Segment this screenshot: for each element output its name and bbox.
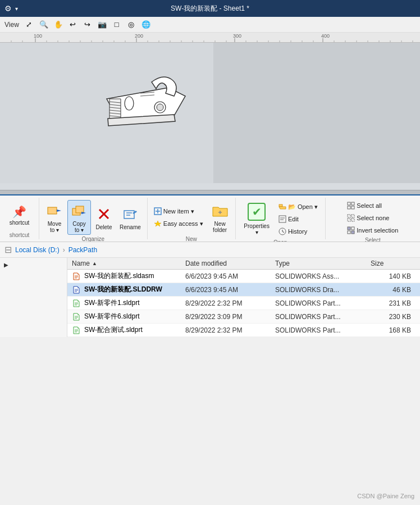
file-name: SW-我的新装配.sldasm	[84, 271, 154, 281]
properties-button[interactable]: ✔ Properties▾	[240, 200, 273, 238]
edit-label: Edit	[288, 216, 299, 222]
table-row[interactable]: SW-新零件6.sldprt 8/29/2022 3:09 PM SOLIDWO…	[67, 310, 420, 324]
svg-rect-69	[279, 216, 286, 222]
file-type: SOLIDWORKS Part...	[275, 313, 371, 321]
file-name: SW-配合测试.sldprt	[84, 325, 143, 335]
file-name: SW-新零件6.sldprt	[84, 312, 139, 321]
main-content: ▶ Name ▲ Date modified Type Size	[0, 258, 420, 337]
new-small-buttons: New item ▾ Easy access ▾	[151, 206, 206, 229]
shortcut-btn[interactable]: 📌 shortcut	[7, 203, 33, 228]
svg-text:100: 100	[34, 33, 42, 39]
col-header-name[interactable]: Name ▲	[72, 260, 185, 267]
select-none-button[interactable]: Select none	[344, 212, 401, 224]
svg-rect-68	[279, 204, 282, 207]
select-all-button[interactable]: Select all	[344, 200, 401, 211]
gear-icon[interactable]: ⚙	[4, 4, 12, 13]
breadcrumb-disk[interactable]: Local Disk (D:)	[15, 246, 60, 254]
file-list: SW-我的新装配.sldasm 6/6/2023 9:45 AM SOLIDWO…	[67, 270, 420, 337]
file-type-icon	[72, 285, 81, 294]
svg-line-74	[282, 231, 284, 233]
title-bar: ⚙ ▾ SW-我的新装配 - Sheet1 *	[0, 0, 420, 17]
move-to-button[interactable]: Moveto ▾	[43, 200, 66, 235]
ribbon-section-select: Select all Select none Invert selection …	[326, 198, 420, 239]
redo-btn[interactable]: ↪	[81, 19, 94, 31]
table-row[interactable]: SW-我的新装配.SLDDRW 6/6/2023 9:45 AM SOLIDWO…	[67, 283, 420, 297]
history-button[interactable]: History	[276, 226, 321, 237]
svg-rect-82	[351, 219, 354, 221]
file-name: SW-我的新装配.SLDDRW	[84, 285, 162, 294]
new-item-button[interactable]: New item ▾	[151, 206, 206, 217]
select-all-label: Select all	[357, 202, 382, 209]
file-type-icon	[72, 299, 81, 308]
file-size: 230 KB	[371, 313, 416, 321]
svg-rect-77	[348, 206, 350, 209]
invert-selection-button[interactable]: Invert selection	[344, 225, 401, 236]
svg-text:400: 400	[321, 33, 330, 39]
new-label: New	[186, 235, 197, 242]
ribbon-section-open: ✔ Properties▾ 📂 Open ▾ Edit	[236, 198, 326, 239]
copy-to-button[interactable]: Copyto ▾	[67, 200, 91, 235]
delete-button[interactable]: Delete	[92, 203, 116, 232]
ruler-svg: // will be generated by JS below 100 200…	[0, 33, 420, 42]
ribbon-section-organize: Moveto ▾ Copyto ▾	[39, 198, 148, 239]
new-item-label: New item ▾	[163, 208, 194, 215]
file-type-icon	[72, 312, 81, 321]
selection-btn[interactable]: □	[110, 19, 124, 31]
ribbon-section-shortcut: 📌 shortcut shortcut	[0, 198, 39, 239]
svg-rect-78	[351, 206, 354, 209]
file-name-cell: SW-新零件6.sldprt	[72, 312, 185, 321]
file-area: Name ▲ Date modified Type Size	[67, 258, 420, 337]
capture-btn[interactable]: 📷	[95, 19, 109, 31]
easy-access-button[interactable]: Easy access ▾	[151, 218, 206, 229]
file-date: 8/29/2022 2:32 PM	[185, 299, 275, 307]
breadcrumb-packpath[interactable]: PackPath	[69, 246, 97, 254]
breadcrumb-sep1: ›	[63, 246, 65, 254]
3d-view-btn[interactable]: 🌐	[139, 19, 153, 31]
file-name-cell: SW-我的新装配.sldasm	[72, 271, 185, 281]
new-folder-button[interactable]: Newfolder	[208, 200, 232, 235]
file-date: 6/6/2023 9:45 AM	[185, 272, 275, 280]
open-label: Open ▾	[298, 203, 318, 211]
svg-rect-84	[351, 227, 354, 230]
table-row[interactable]: SW-新零件1.sldprt 8/29/2022 2:32 PM SOLIDWO…	[67, 297, 420, 310]
zoom-extents-btn[interactable]: ⤢	[22, 19, 36, 31]
edit-button[interactable]: Edit	[276, 213, 321, 225]
col-header-type[interactable]: Type	[275, 260, 371, 267]
pan-btn[interactable]: ✋	[52, 19, 65, 31]
view-label: View	[2, 21, 21, 29]
view-toolbar: View ⤢ 🔍 ✋ ↩ ↪ 📷 □ ◎ 🌐	[0, 17, 420, 33]
file-size: 46 KB	[371, 286, 416, 294]
svg-rect-43	[0, 43, 213, 183]
col-header-date[interactable]: Date modified	[185, 260, 275, 267]
ribbon-bar: 📌 shortcut shortcut Moveto ▾	[0, 194, 420, 242]
svg-rect-81	[348, 219, 350, 221]
open-button[interactable]: 📂 Open ▾	[276, 201, 321, 212]
organize-buttons: Moveto ▾ Copyto ▾	[43, 200, 144, 235]
invert-selection-label: Invert selection	[357, 227, 398, 234]
history-label: History	[288, 228, 307, 235]
col-header-size[interactable]: Size	[371, 260, 416, 267]
svg-point-51	[157, 104, 163, 111]
select-none-label: Select none	[357, 215, 389, 221]
file-type-icon	[72, 272, 81, 281]
display-mode-btn[interactable]: ◎	[125, 19, 138, 31]
table-row[interactable]: SW-配合测试.sldprt 8/29/2022 2:32 PM SOLIDWO…	[67, 324, 420, 337]
file-name-cell: SW-我的新装配.SLDDRW	[72, 285, 185, 294]
svg-rect-60	[124, 211, 134, 219]
table-row[interactable]: SW-我的新装配.sldasm 6/6/2023 9:45 AM SOLIDWO…	[67, 270, 420, 283]
rename-button[interactable]: Rename	[117, 203, 144, 232]
select-label: Select	[365, 236, 381, 242]
organize-label: Organize	[82, 235, 105, 242]
breadcrumb-left-icon: ⊟	[4, 244, 12, 255]
undo-btn[interactable]: ↩	[66, 19, 80, 31]
nav-item[interactable]: ▶	[2, 260, 65, 270]
canvas-resize-handle[interactable]	[0, 190, 420, 194]
dropdown-arrow-icon[interactable]: ▾	[15, 6, 18, 12]
file-date: 8/29/2022 2:32 PM	[185, 326, 275, 334]
ribbon-section-new: New item ▾ Easy access ▾ Newfolder	[148, 198, 236, 239]
properties-icon: ✔	[248, 203, 266, 221]
zoom-in-btn[interactable]: 🔍	[37, 19, 51, 31]
easy-access-label: Easy access ▾	[163, 220, 203, 228]
window-title: SW-我的新装配 - Sheet1 *	[171, 4, 249, 13]
watermark: CSDN @Paine Zeng	[357, 493, 414, 499]
